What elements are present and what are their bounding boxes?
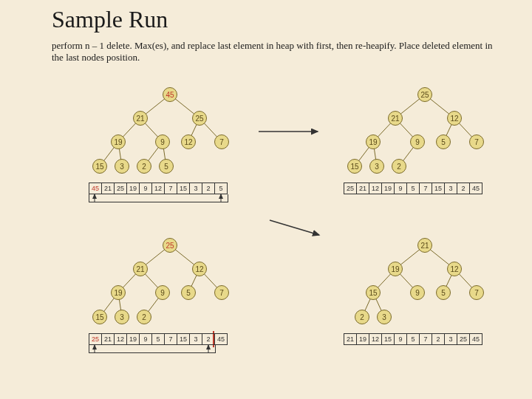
array-arr3: 25211219957153245	[89, 333, 228, 345]
tree-node: 19	[111, 134, 126, 149]
tree-node: 12	[447, 262, 462, 276]
bracket	[89, 345, 216, 353]
array-cell: 5	[151, 333, 165, 345]
tree-node: 2	[137, 159, 151, 174]
array-cell: 45	[89, 183, 102, 194]
array-cell: 12	[369, 183, 382, 194]
tree-node: 19	[388, 262, 403, 276]
array-cell: 3	[189, 183, 202, 194]
tree-node: 3	[369, 159, 384, 174]
svg-line-41	[270, 220, 319, 235]
tree-node: 21	[133, 262, 148, 276]
tree-node: 12	[181, 134, 196, 149]
array-cell: 45	[469, 333, 482, 345]
array-cell: 5	[214, 183, 228, 194]
array-cell: 2	[432, 333, 445, 345]
tree-node: 25	[192, 111, 207, 126]
array-cell: 9	[394, 333, 407, 345]
tree-node: 3	[115, 159, 129, 174]
array-cell: 19	[356, 333, 369, 345]
array-cell: 19	[381, 183, 395, 194]
tree-node: 7	[469, 134, 484, 149]
array-cell: 21	[356, 183, 369, 194]
array-cell: 7	[164, 333, 177, 345]
array-cell: 19	[126, 333, 140, 345]
array-cell: 3	[444, 183, 457, 194]
tree-node: 2	[137, 310, 151, 324]
tree-node: 9	[410, 285, 425, 300]
page-subtitle: perform n – 1 delete. Max(es), and repla…	[52, 40, 502, 64]
array-arr2: 25211219957153245	[344, 183, 482, 194]
bracket	[89, 194, 228, 202]
tree-node: 12	[192, 262, 207, 276]
tree-node: 5	[436, 134, 451, 149]
tree-node: 7	[214, 285, 229, 300]
tree-node: 9	[155, 285, 170, 300]
tree-node: 9	[410, 134, 425, 149]
tree-node: 25	[163, 238, 177, 253]
array-cell: 15	[432, 183, 445, 194]
page-title: Sample Run	[52, 6, 168, 33]
array-cell: 9	[394, 183, 407, 194]
array-cell: 45	[469, 183, 482, 194]
tree-node: 21	[417, 238, 432, 253]
tree-node: 21	[133, 111, 148, 126]
array-cell: 9	[139, 183, 152, 194]
array-cell: 25	[114, 183, 127, 194]
array-cell: 3	[444, 333, 457, 345]
array-cell: 21	[101, 183, 115, 194]
array-cell: 21	[101, 333, 115, 345]
tree-node: 12	[447, 111, 462, 126]
tree-node: 2	[355, 310, 369, 324]
tree-node: 19	[111, 285, 126, 300]
array-cell: 25	[89, 333, 102, 345]
tree-node: 5	[436, 285, 451, 300]
array-cell: 45	[214, 333, 228, 345]
tree-node: 19	[366, 134, 381, 149]
tree-node: 15	[92, 310, 107, 324]
array-cell: 2	[457, 183, 470, 194]
array-cell: 9	[139, 333, 152, 345]
array-cell: 3	[189, 333, 202, 345]
array-cell: 19	[126, 183, 140, 194]
tree-node: 5	[181, 285, 196, 300]
array-cell: 15	[177, 333, 190, 345]
array-cell: 5	[406, 183, 420, 194]
tree-node: 3	[377, 310, 392, 324]
tree-node: 2	[392, 159, 406, 174]
tree-node: 15	[366, 285, 381, 300]
tree-node: 25	[417, 87, 432, 102]
array-cell: 25	[457, 333, 470, 345]
array-cell: 25	[344, 183, 357, 194]
array-cell: 5	[406, 333, 420, 345]
tree-node: 5	[159, 159, 174, 174]
tree-node: 45	[163, 87, 177, 102]
array-cell: 15	[381, 333, 395, 345]
tree-node: 21	[388, 111, 403, 126]
tree-node: 9	[155, 134, 170, 149]
array-cell: 21	[344, 333, 357, 345]
array-cell: 2	[202, 183, 215, 194]
tree-node: 7	[469, 285, 484, 300]
array-cell: 15	[177, 183, 190, 194]
array-cell: 12	[151, 183, 165, 194]
tree-node: 7	[214, 134, 229, 149]
array-cell: 12	[114, 333, 127, 345]
array-arr4: 21191215957232545	[344, 333, 482, 345]
tree-node: 15	[92, 159, 107, 174]
array-cell: 7	[419, 333, 432, 345]
array-cell: 12	[369, 333, 382, 345]
array-cell: 2	[202, 333, 215, 345]
array-arr1: 45212519912715325	[89, 183, 228, 194]
tree-node: 3	[115, 310, 129, 324]
tree-node: 15	[347, 159, 362, 174]
array-cell: 7	[164, 183, 177, 194]
array-cell: 7	[419, 183, 432, 194]
